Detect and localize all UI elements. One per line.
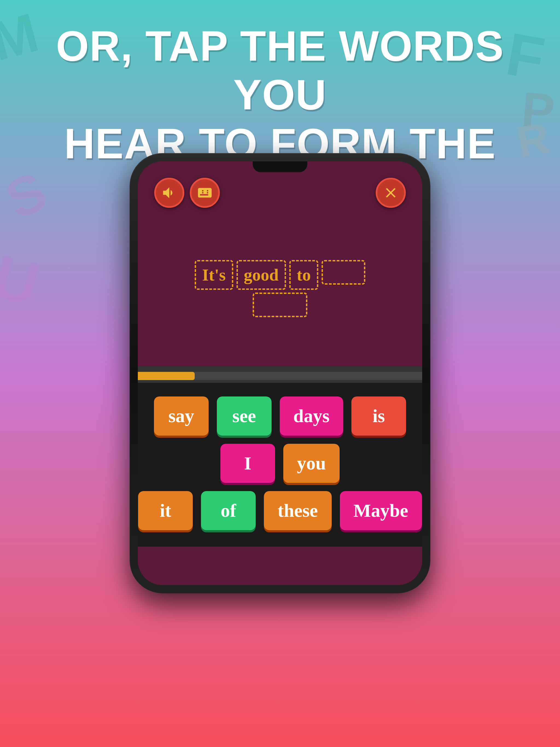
word-tiles-area: say see days is I you it of these Maybe <box>138 383 422 547</box>
keyboard-button[interactable] <box>190 178 220 208</box>
progress-track <box>138 372 422 380</box>
progress-area <box>138 366 422 383</box>
word-tile-of[interactable]: of <box>201 491 256 530</box>
word-tiles-row2: I you <box>221 444 339 483</box>
word-tile-it[interactable]: it <box>138 491 193 530</box>
phone-device: It's good to say se <box>130 153 430 593</box>
word-blank-1 <box>322 260 365 285</box>
bg-letter-u: U <box>0 242 46 320</box>
word-tile-maybe[interactable]: Maybe <box>340 491 422 530</box>
word-tile-i[interactable]: I <box>221 444 275 483</box>
word-tile-say[interactable]: say <box>154 396 209 436</box>
word-tiles-row3: it of these Maybe <box>138 491 422 530</box>
top-left-controls <box>154 178 220 208</box>
header-line1: OR, TAP THE WORDS YOU <box>56 22 504 119</box>
sentence-boxes-row2 <box>253 290 307 317</box>
phone-outer-shell: It's good to say se <box>130 153 430 593</box>
word-its: It's <box>195 260 233 290</box>
word-tile-these[interactable]: these <box>264 491 331 530</box>
phone-screen: It's good to say se <box>138 161 422 585</box>
close-button[interactable] <box>376 178 406 208</box>
word-good: good <box>236 260 286 290</box>
phone-notch <box>253 161 307 172</box>
word-tile-days[interactable]: days <box>280 396 343 436</box>
word-tile-is[interactable]: is <box>351 396 406 436</box>
word-tile-you[interactable]: you <box>283 444 339 483</box>
sentence-area: It's good to <box>138 216 422 366</box>
word-tile-see[interactable]: see <box>217 396 272 436</box>
progress-fill <box>138 372 195 380</box>
sentence-boxes-row1: It's good to <box>195 260 365 290</box>
word-to: to <box>289 260 318 290</box>
word-tiles-row1: say see days is <box>154 396 406 436</box>
word-blank-2 <box>253 292 307 317</box>
sound-button[interactable] <box>154 178 184 208</box>
